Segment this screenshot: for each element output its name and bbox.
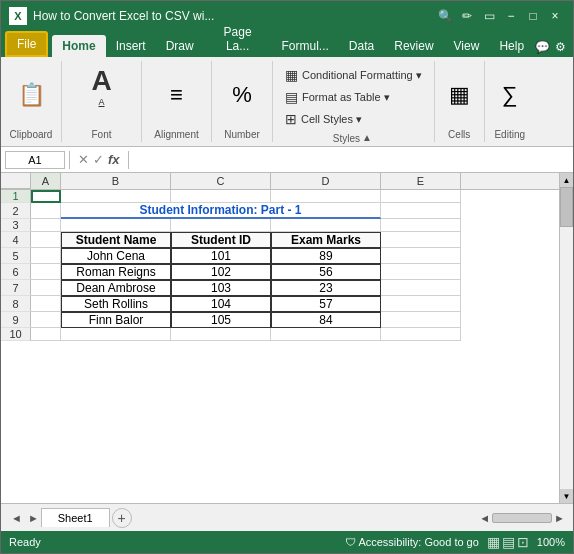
cell-a6[interactable] xyxy=(31,264,61,280)
sheet-scroll-left[interactable]: ◄ xyxy=(9,510,24,526)
cell-d3[interactable] xyxy=(271,219,381,232)
page-view-btn[interactable]: ▤ xyxy=(502,534,515,550)
scroll-up-btn[interactable]: ▲ xyxy=(560,173,573,187)
formula-input[interactable] xyxy=(133,151,569,169)
cell-a1[interactable] xyxy=(31,190,61,203)
cell-e1[interactable] xyxy=(381,190,461,203)
formula-confirm-icon[interactable]: ✓ xyxy=(93,152,104,167)
cell-d8[interactable]: 57 xyxy=(271,296,381,312)
tab-data[interactable]: Data xyxy=(339,35,384,57)
cell-b9[interactable]: Finn Balor xyxy=(61,312,171,328)
add-sheet-button[interactable]: + xyxy=(112,508,132,528)
cells-button[interactable]: ▦ xyxy=(443,78,476,112)
cell-b6[interactable]: Roman Reigns xyxy=(61,264,171,280)
edit-btn[interactable]: ✏ xyxy=(457,6,477,26)
normal-view-btn[interactable]: ▦ xyxy=(487,534,500,550)
vertical-scrollbar[interactable]: ▲ ▼ xyxy=(559,173,573,503)
cell-c5[interactable]: 101 xyxy=(171,248,271,264)
col-header-c[interactable]: C xyxy=(171,173,271,189)
cell-a9[interactable] xyxy=(31,312,61,328)
layout-view-btn[interactable]: ⊡ xyxy=(517,534,529,550)
cell-a2[interactable] xyxy=(31,203,61,219)
cell-c1[interactable] xyxy=(171,190,271,203)
sheet-scroll-right[interactable]: ► xyxy=(26,510,41,526)
col-header-e[interactable]: E xyxy=(381,173,461,189)
cell-c6[interactable]: 102 xyxy=(171,264,271,280)
search-btn[interactable]: 🔍 xyxy=(435,6,455,26)
comment-icon[interactable]: 💬 xyxy=(534,37,551,57)
cell-e7[interactable] xyxy=(381,280,461,296)
hscroll-left[interactable]: ◄ xyxy=(479,512,490,524)
scroll-down-btn[interactable]: ▼ xyxy=(560,489,573,503)
format-table-button[interactable]: ▤ Format as Table ▾ xyxy=(281,87,394,107)
close-btn[interactable]: × xyxy=(545,6,565,26)
cell-e6[interactable] xyxy=(381,264,461,280)
number-button[interactable]: % xyxy=(220,80,264,110)
window-btn[interactable]: ▭ xyxy=(479,6,499,26)
cell-c8[interactable]: 104 xyxy=(171,296,271,312)
tab-help[interactable]: Help xyxy=(489,35,534,57)
cell-e3[interactable] xyxy=(381,219,461,232)
cell-a10[interactable] xyxy=(31,328,61,341)
cell-a5[interactable] xyxy=(31,248,61,264)
cell-a7[interactable] xyxy=(31,280,61,296)
maximize-btn[interactable]: □ xyxy=(523,6,543,26)
col-header-d[interactable]: D xyxy=(271,173,381,189)
cell-c10[interactable] xyxy=(171,328,271,341)
conditional-formatting-button[interactable]: ▦ Conditional Formatting ▾ xyxy=(281,65,426,85)
cell-b1[interactable] xyxy=(61,190,171,203)
alignment-button[interactable]: ≡ xyxy=(155,80,199,110)
cell-b7[interactable]: Dean Ambrose xyxy=(61,280,171,296)
col-header-b[interactable]: B xyxy=(61,173,171,189)
function-icon[interactable]: fx xyxy=(108,152,120,167)
minimize-btn[interactable]: − xyxy=(501,6,521,26)
cell-e5[interactable] xyxy=(381,248,461,264)
cell-e10[interactable] xyxy=(381,328,461,341)
cell-c3[interactable] xyxy=(171,219,271,232)
cell-b3[interactable] xyxy=(61,219,171,232)
clipboard-button[interactable]: 📋 xyxy=(9,80,53,110)
cell-e8[interactable] xyxy=(381,296,461,312)
name-box[interactable] xyxy=(5,151,65,169)
cell-styles-button[interactable]: ⊞ Cell Styles ▾ xyxy=(281,109,366,129)
tab-file[interactable]: File xyxy=(5,31,48,57)
editing-button[interactable]: ∑ xyxy=(496,78,524,112)
share-icon[interactable]: ⚙ xyxy=(552,37,569,57)
cell-c7[interactable]: 103 xyxy=(171,280,271,296)
tab-draw[interactable]: Draw xyxy=(156,35,204,57)
cell-d4[interactable]: Exam Marks xyxy=(271,232,381,248)
hscroll-right[interactable]: ► xyxy=(554,512,565,524)
tab-review[interactable]: Review xyxy=(384,35,443,57)
cell-d9[interactable]: 84 xyxy=(271,312,381,328)
window-controls[interactable]: 🔍 ✏ ▭ − □ × xyxy=(435,6,565,26)
sheet-tab-1[interactable]: Sheet1 xyxy=(41,508,110,527)
cell-a8[interactable] xyxy=(31,296,61,312)
cell-title[interactable]: Student Information: Part - 1 xyxy=(61,203,381,219)
cell-b4[interactable]: Student Name xyxy=(61,232,171,248)
formula-cancel-icon[interactable]: ✕ xyxy=(78,152,89,167)
tab-pagelayout[interactable]: Page La... xyxy=(204,21,272,57)
cell-b8[interactable]: Seth Rollins xyxy=(61,296,171,312)
cell-e9[interactable] xyxy=(381,312,461,328)
cell-c4[interactable]: Student ID xyxy=(171,232,271,248)
tab-formulas[interactable]: Formul... xyxy=(272,35,339,57)
cell-a4[interactable] xyxy=(31,232,61,248)
cell-e4[interactable] xyxy=(381,232,461,248)
tab-home[interactable]: Home xyxy=(52,35,105,57)
cell-c9[interactable]: 105 xyxy=(171,312,271,328)
styles-expand-btn[interactable]: ▲ xyxy=(360,131,374,144)
cell-b5[interactable]: John Cena xyxy=(61,248,171,264)
cell-b10[interactable] xyxy=(61,328,171,341)
cell-a3[interactable] xyxy=(31,219,61,232)
cell-d7[interactable]: 23 xyxy=(271,280,381,296)
tab-insert[interactable]: Insert xyxy=(106,35,156,57)
cell-d5[interactable]: 89 xyxy=(271,248,381,264)
cell-d6[interactable]: 56 xyxy=(271,264,381,280)
tab-view[interactable]: View xyxy=(444,35,490,57)
cell-d1[interactable] xyxy=(271,190,381,203)
cell-e2[interactable] xyxy=(381,203,461,219)
cell-d10[interactable] xyxy=(271,328,381,341)
hscroll-track[interactable] xyxy=(492,513,552,523)
col-header-a[interactable]: A xyxy=(31,173,61,189)
scroll-thumb[interactable] xyxy=(560,187,573,227)
